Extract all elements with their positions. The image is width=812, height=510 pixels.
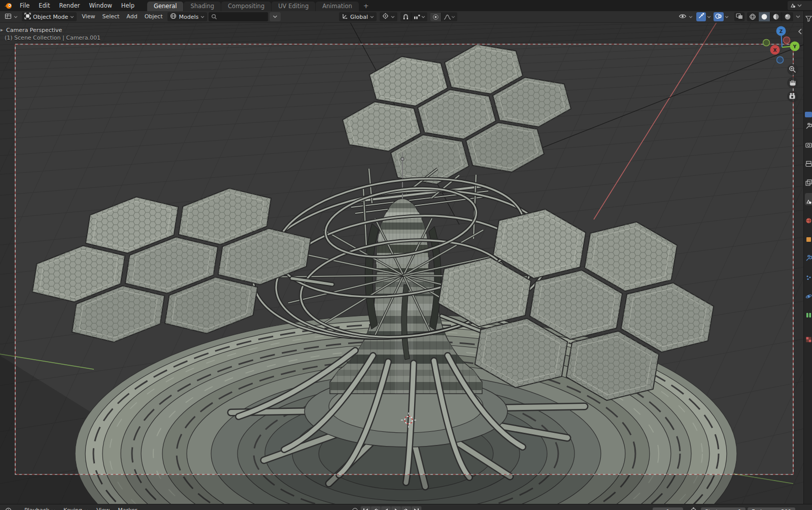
tab-scene[interactable] [805, 197, 812, 204]
scene-icon [790, 1, 796, 11]
search-input[interactable] [217, 12, 268, 21]
gizmo-axis-neg-y[interactable] [763, 40, 770, 46]
magnet-icon[interactable] [400, 13, 411, 21]
proportional-edit-icon[interactable] [430, 13, 441, 21]
viewport-header: Object Mode ViewSelectAddObject Models G… [0, 11, 803, 23]
prev-keyframe-button[interactable] [371, 506, 381, 510]
tab-particles[interactable] [805, 273, 812, 280]
frame-end-field[interactable]: End 300 [748, 507, 795, 510]
tab-modifiers[interactable] [805, 254, 812, 261]
add-workspace-button[interactable]: + [359, 2, 373, 11]
shading-solid-icon[interactable] [758, 12, 770, 21]
tab-render[interactable] [805, 141, 812, 148]
gizmo-axis-neg-x[interactable] [784, 37, 790, 44]
object-mode-icon [24, 13, 31, 21]
gizmos-toggle[interactable] [696, 12, 706, 21]
jump-end-button[interactable] [412, 506, 421, 510]
toolbar-toggle-icon[interactable]: ▸ [1, 27, 3, 33]
viewport-canvas[interactable]: ZYX [0, 22, 803, 504]
next-keyframe-button[interactable] [401, 506, 411, 510]
jump-start-button[interactable] [361, 506, 370, 510]
search-box [209, 12, 268, 21]
view-name-label: Camera Perspective [6, 27, 62, 34]
shading-rendered-icon[interactable] [782, 12, 793, 21]
timeline-menu-playback[interactable]: Playback [20, 504, 50, 510]
falloff-curve-button[interactable] [441, 13, 457, 21]
orientation-label: Global [350, 14, 368, 20]
record-icon[interactable] [352, 508, 358, 510]
menu-window[interactable]: Window [84, 0, 116, 11]
zoom-button[interactable] [787, 64, 798, 75]
current-frame-value: 1 [666, 507, 670, 510]
blender-logo-icon[interactable] [3, 1, 13, 10]
topbar: FileEditRenderWindowHelp GeneralShadingC… [0, 0, 812, 11]
timeline-menu-view[interactable]: View [92, 504, 114, 510]
playback-controls [360, 506, 422, 510]
chevron-down-icon [421, 16, 425, 18]
mode-label: Object Mode [33, 14, 68, 20]
menu-render[interactable]: Render [55, 0, 85, 11]
tab-physics[interactable] [805, 292, 812, 299]
camera-view-icon [790, 93, 792, 95]
collapse-button[interactable] [269, 12, 281, 21]
timeline-menu-marker[interactable]: Marker [114, 504, 141, 510]
pivot-icon [382, 13, 389, 21]
properties-filter-icon[interactable] [805, 14, 812, 21]
chevron-down-icon[interactable] [725, 16, 729, 18]
play-reverse-button[interactable] [381, 506, 391, 510]
tab-object[interactable] [805, 235, 812, 242]
tab-output[interactable] [805, 160, 812, 167]
tab-view-layer[interactable] [805, 178, 812, 185]
current-frame-field[interactable]: 1 [653, 507, 683, 510]
tab-tool[interactable] [805, 122, 812, 129]
editor-type-button[interactable] [2, 12, 20, 21]
overlays-toggle[interactable] [714, 12, 724, 21]
tab-texture[interactable] [805, 335, 812, 342]
clock-icon [5, 506, 12, 510]
chevron-down-icon[interactable] [707, 16, 711, 18]
viewport-menu-select[interactable]: Select [98, 11, 123, 22]
chevron-down-icon [70, 16, 74, 18]
shading-material-icon[interactable] [770, 12, 782, 21]
mode-selector[interactable]: Object Mode [22, 12, 77, 21]
3d-viewport[interactable]: ZYX ▸ Camera Perspective (1) Scene Colle… [0, 22, 803, 504]
menu-help[interactable]: Help [117, 0, 139, 11]
pivot-point-button[interactable] [380, 12, 397, 21]
tab-compositing[interactable]: Compositing [221, 2, 271, 11]
stopwatch-icon[interactable] [690, 506, 697, 510]
editor-type-icon [5, 13, 12, 21]
menu-file[interactable]: File [15, 0, 34, 11]
tab-animation[interactable]: Animation [316, 2, 359, 11]
scene-selector[interactable] [788, 1, 812, 10]
xray-toggle[interactable] [734, 12, 745, 21]
viewport-menu-add[interactable]: Add [123, 11, 141, 22]
asset-browser-button[interactable]: Models [167, 12, 207, 21]
transform-orientation-button[interactable]: Global [339, 12, 377, 21]
chevron-down-icon [370, 16, 374, 18]
viewport-menu-object[interactable]: Object [141, 11, 166, 22]
frame-start-field[interactable]: Start 1 [701, 507, 746, 510]
context-path-label: (1) Scene Collection | Camera.001 [5, 35, 100, 41]
chevron-down-icon[interactable] [796, 15, 800, 18]
tab-constraints[interactable] [805, 311, 812, 318]
start-value: 1 [738, 507, 741, 510]
blender-window: FileEditRenderWindowHelp GeneralShadingC… [0, 0, 812, 510]
tab-uv-editing[interactable]: UV Editing [272, 2, 315, 11]
shading-wireframe-icon[interactable] [747, 12, 758, 21]
chevron-down-icon [50, 504, 59, 510]
timeline-editor-type-button[interactable] [2, 506, 20, 510]
gizmo-axis-neg-z[interactable] [777, 57, 784, 63]
timeline-menu-keying[interactable]: Keying [59, 504, 83, 510]
tab-shading[interactable]: Shading [184, 2, 221, 11]
chevron-down-icon [391, 16, 395, 18]
menu-edit[interactable]: Edit [34, 0, 54, 11]
snap-target-button[interactable] [411, 13, 427, 21]
shading-mode-switch [747, 12, 793, 21]
tab-world[interactable] [805, 216, 812, 224]
tab-general[interactable]: General [147, 2, 183, 11]
chevron-down-icon [689, 16, 693, 18]
viewport-menu-view[interactable]: View [78, 11, 98, 22]
object-visibility-button[interactable] [678, 12, 694, 21]
play-button[interactable] [391, 506, 401, 510]
globe-icon [170, 13, 177, 21]
